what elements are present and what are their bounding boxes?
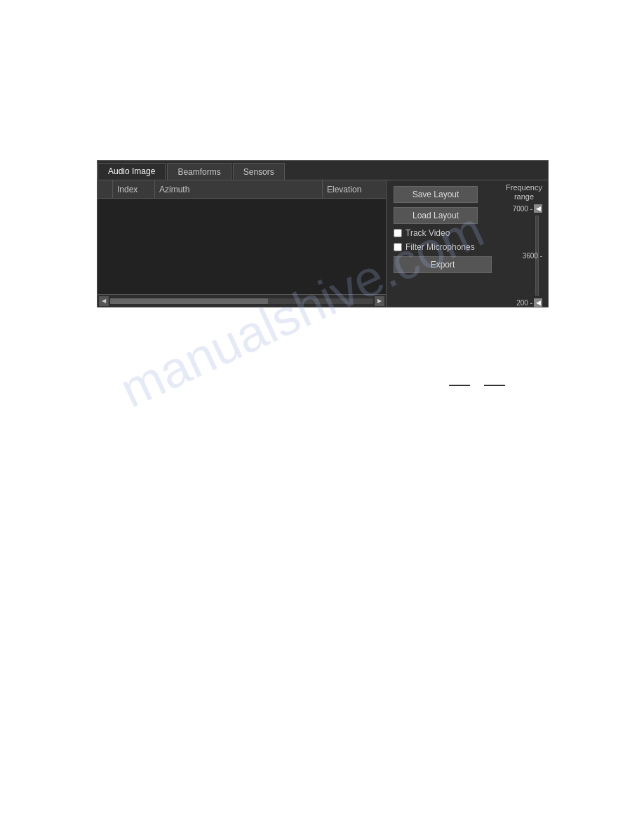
scroll-right-button[interactable]: ▶ — [375, 296, 384, 306]
scroll-left-button[interactable]: ◀ — [99, 296, 109, 306]
main-panel: Audio Image Beamforms Sensors Index Azim… — [97, 160, 549, 307]
table-body — [98, 199, 386, 294]
frequency-slider-container: 7000 - ◀ 3600 - 200 - ◀ — [506, 204, 542, 307]
freq-mid-label: 3600 - — [523, 252, 542, 260]
export-button[interactable]: Export — [394, 256, 492, 273]
freq-top-label: 7000 - — [513, 205, 532, 213]
filter-microphones-checkbox[interactable] — [394, 243, 402, 251]
freq-mid-row: 3600 - — [523, 252, 542, 260]
controls-area: Save Layout Load Layout Track Video Filt… — [387, 180, 548, 307]
save-layout-button[interactable]: Save Layout — [394, 186, 478, 203]
table-area: Index Azimuth Elevation ◀ ▶ — [98, 180, 387, 307]
frequency-range-area: Frequency range 7000 - ◀ 3600 - — [506, 180, 542, 307]
col-header-checkbox — [98, 180, 113, 198]
scroll-track[interactable] — [110, 298, 373, 304]
tabs-bar: Audio Image Beamforms Sensors — [98, 161, 548, 180]
tab-beamforms[interactable]: Beamforms — [167, 163, 231, 180]
freq-top-row: 7000 - ◀ — [513, 204, 542, 213]
col-header-index: Index — [113, 180, 155, 198]
freq-bottom-row: 200 - ◀ — [516, 298, 542, 307]
filter-microphones-label: Filter Microphones — [405, 242, 475, 252]
col-header-elevation: Elevation — [323, 180, 386, 198]
freq-top-handle[interactable]: ◀ — [534, 204, 542, 213]
tab-sensors[interactable]: Sensors — [233, 163, 285, 180]
freq-bottom-handle[interactable]: ◀ — [534, 298, 542, 307]
horizontal-scrollbar[interactable]: ◀ ▶ — [98, 294, 386, 307]
tab-audio-image[interactable]: Audio Image — [98, 163, 166, 180]
freq-bottom-label: 200 - — [516, 299, 532, 307]
track-video-label: Track Video — [405, 228, 450, 238]
panel-body: Index Azimuth Elevation ◀ ▶ — [98, 180, 548, 307]
col-header-azimuth: Azimuth — [155, 180, 323, 198]
table-header: Index Azimuth Elevation — [98, 180, 386, 199]
track-video-checkbox[interactable] — [394, 229, 402, 237]
underline-decoration — [449, 385, 505, 386]
frequency-range-title: Frequency range — [506, 183, 542, 201]
scroll-thumb — [110, 298, 268, 304]
load-layout-button[interactable]: Load Layout — [394, 207, 478, 224]
